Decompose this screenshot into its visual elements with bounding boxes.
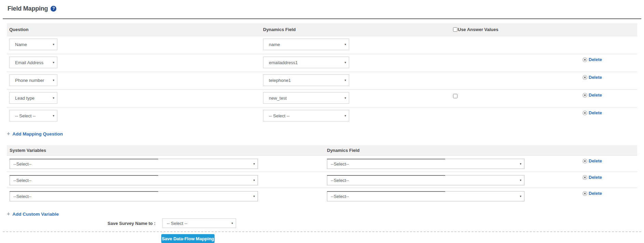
table-row: Lead type ▾ new_test ▾ Delete: [7, 89, 637, 107]
table-row: Email Address ▾ emailaddress1 ▾ Delete: [7, 54, 637, 72]
table-row: --Select-- ▾ --Select-- ▾ Delete: [7, 188, 637, 204]
delete-link[interactable]: Delete: [583, 75, 602, 80]
plus-icon: +: [7, 131, 10, 137]
delete-circle-x-icon: [583, 191, 587, 196]
chevron-down-icon: ▾: [520, 162, 524, 166]
chevron-down-icon: ▾: [344, 114, 349, 117]
delete-circle-x-icon: [583, 57, 587, 62]
question-mapping-table: Question Dynamics Field Use Answer Value…: [7, 23, 637, 125]
save-data-flow-mapping-button[interactable]: Save Data-Flow Mapping: [161, 234, 215, 243]
add-custom-variable-link[interactable]: + Add Custom Variable: [7, 211, 59, 217]
dynamics-field-select[interactable]: telephone1 ▾: [263, 74, 349, 86]
save-survey-name-label: Save Survey Name to :: [0, 221, 155, 226]
question-select[interactable]: Name ▾: [9, 39, 57, 50]
question-column-header: Question: [7, 27, 261, 32]
plus-icon: +: [7, 211, 10, 217]
delete-circle-x-icon: [583, 111, 587, 115]
system-variable-select[interactable]: --Select-- ▾: [10, 191, 258, 201]
delete-circle-x-icon: [583, 93, 587, 98]
delete-link[interactable]: Delete: [583, 175, 602, 180]
mapping-table-header: Question Dynamics Field Use Answer Value…: [7, 23, 637, 36]
delete-circle-x-icon: [583, 175, 587, 180]
use-answer-values-label: Use Answer Values: [458, 27, 498, 32]
chevron-down-icon: ▾: [231, 221, 236, 225]
system-variables-column-header: System Variables: [7, 148, 325, 153]
table-row: Name ▾ name ▾: [7, 36, 637, 54]
delete-link[interactable]: Delete: [583, 158, 602, 163]
chevron-down-icon: ▾: [53, 43, 57, 46]
save-survey-name-select[interactable]: -- Select -- ▾: [162, 218, 236, 228]
add-mapping-question-link[interactable]: + Add Mapping Question: [7, 131, 63, 137]
chevron-down-icon: ▾: [53, 61, 57, 64]
delete-link[interactable]: Delete: [583, 110, 602, 115]
field-mapping-page: Field Mapping ? Question Dynamics Field …: [0, 0, 644, 243]
table-row: Phone number ▾ telephone1 ▾ Delete: [7, 72, 637, 89]
help-icon[interactable]: ?: [51, 6, 56, 12]
chevron-down-icon: ▾: [520, 195, 524, 198]
dynamics-field-column-header: Dynamics Field: [261, 27, 451, 32]
dynamics-field-select[interactable]: name ▾: [263, 39, 349, 50]
question-select[interactable]: Email Address ▾: [9, 57, 57, 68]
dynamics-field-select[interactable]: --Select-- ▾: [327, 159, 524, 169]
chevron-down-icon: ▾: [344, 96, 349, 100]
save-survey-name-row: Save Survey Name to : -- Select -- ▾: [0, 218, 644, 228]
chevron-down-icon: ▾: [53, 114, 57, 117]
system-variable-select[interactable]: --Select-- ▾: [10, 159, 258, 169]
table-row: --Select-- ▾ --Select-- ▾ Delete: [7, 172, 637, 188]
use-answer-values-row-checkbox[interactable]: [453, 94, 457, 98]
delete-circle-x-icon: [583, 75, 587, 80]
page-header: Field Mapping ?: [8, 4, 644, 13]
chevron-down-icon: ▾: [253, 195, 258, 198]
page-title: Field Mapping: [8, 5, 48, 12]
dynamics-field-column-header: Dynamics Field: [325, 148, 579, 153]
header-divider: [3, 18, 641, 19]
chevron-down-icon: ▾: [520, 178, 524, 182]
system-variables-table: System Variables Dynamics Field --Select…: [7, 145, 637, 204]
chevron-down-icon: ▾: [53, 78, 57, 82]
chevron-down-icon: ▾: [344, 78, 349, 82]
footer-divider: [3, 231, 641, 232]
chevron-down-icon: ▾: [344, 61, 349, 64]
chevron-down-icon: ▾: [344, 43, 349, 46]
dynamics-field-select[interactable]: --Select-- ▾: [327, 175, 524, 185]
delete-link[interactable]: Delete: [583, 92, 602, 98]
chevron-down-icon: ▾: [53, 96, 57, 100]
chevron-down-icon: ▾: [253, 178, 258, 182]
dynamics-field-select[interactable]: emailaddress1 ▾: [263, 57, 349, 68]
system-variable-select[interactable]: --Select-- ▾: [10, 175, 258, 185]
delete-link[interactable]: Delete: [583, 191, 602, 196]
delete-link[interactable]: Delete: [583, 57, 602, 62]
chevron-down-icon: ▾: [253, 162, 258, 166]
table-row: -- Select -- ▾ -- Select -- ▾ Delete: [7, 107, 637, 125]
question-select[interactable]: Phone number ▾: [9, 74, 57, 86]
dynamics-field-select[interactable]: -- Select -- ▾: [263, 110, 349, 121]
use-answer-values-checkbox[interactable]: [453, 27, 457, 32]
table-row: --Select-- ▾ --Select-- ▾ Delete: [7, 156, 637, 172]
dynamics-field-select[interactable]: new_test ▾: [263, 92, 349, 104]
variables-table-header: System Variables Dynamics Field: [7, 145, 637, 156]
use-answer-values-header: Use Answer Values: [451, 27, 579, 32]
dynamics-field-select[interactable]: --Select-- ▾: [327, 191, 524, 201]
question-select[interactable]: -- Select -- ▾: [9, 110, 57, 121]
delete-circle-x-icon: [583, 159, 587, 163]
question-select[interactable]: Lead type ▾: [9, 92, 57, 104]
